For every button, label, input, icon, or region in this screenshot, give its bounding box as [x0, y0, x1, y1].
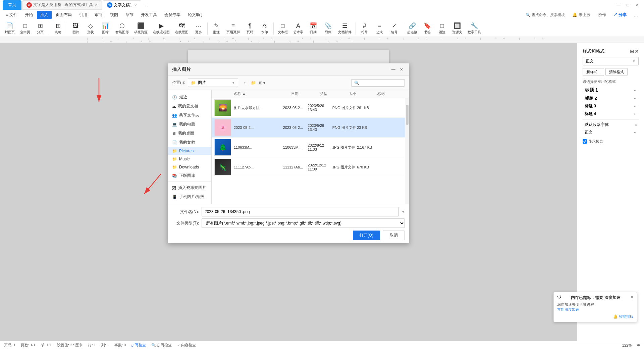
nav-music[interactable]: 📁 Music — [168, 155, 211, 163]
show-preview-label[interactable]: 显示预览 — [583, 139, 603, 144]
toolbar-caption[interactable]: □ 题注 — [435, 21, 449, 36]
style-default-icon[interactable]: a — [635, 123, 637, 127]
file-scrollbar[interactable] — [405, 98, 409, 204]
style-heading4[interactable]: 标题 4 ↵ — [583, 110, 639, 118]
file-row-2[interactable]: 🌸 2023-05-2... 2023-05-2... 2023/5/26 13… — [212, 118, 409, 138]
toolbar-flowchart[interactable]: ▶ 在线流程图 — [151, 21, 172, 36]
menu-start[interactable]: 开始 — [21, 11, 36, 19]
cloud-sync[interactable]: 🔔 未上云 — [569, 11, 594, 19]
close-button[interactable]: ✕ — [633, 1, 641, 9]
style-h2-icon[interactable]: ↵ — [634, 97, 637, 100]
file-row-1[interactable]: 🌄 图片去水印方法... 2023-05-2... 2023/5/26 13:4… — [212, 98, 409, 118]
header-date[interactable]: 日期 — [291, 91, 320, 96]
toolbar-hyperlink[interactable]: 🔗 超链接 — [405, 21, 419, 36]
notif-smart-sort[interactable]: 🔔 智能排版 — [613, 314, 634, 318]
nav-shared-folder[interactable]: 👥 共享文件夹 — [168, 111, 211, 120]
file-row-3[interactable]: 🌲 110633M... 110633M... 2022/8/12 11:03 … — [212, 138, 409, 157]
style-body[interactable]: 正文 ↵ — [583, 129, 639, 136]
header-size[interactable]: 大小 — [349, 91, 378, 96]
nav-up-button[interactable]: ↑ — [241, 79, 249, 87]
nav-my-pc[interactable]: 💻 我的电脑 — [168, 120, 211, 129]
style-heading3[interactable]: 标题 3 ↵ — [583, 102, 639, 110]
nav-documents[interactable]: 📄 我的文档 — [168, 138, 211, 147]
location-dropdown[interactable]: 📁 图片 ▼ — [188, 79, 238, 87]
tab-1-close[interactable]: ✕ — [95, 3, 98, 7]
filename-input[interactable] — [202, 207, 399, 216]
toolbar-resource[interactable]: ⬛ 稿壳资源 — [132, 21, 150, 36]
toolbar-symbol[interactable]: # 符号 — [358, 21, 371, 36]
notif-link[interactable]: 立即深度加速 — [557, 307, 579, 311]
style-h4-icon[interactable]: ↵ — [634, 112, 637, 116]
tab-1[interactable]: W 文字是人类用符...近的方式和工具 ✕ — [22, 0, 102, 10]
menu-more[interactable]: … — [631, 11, 641, 19]
style-heading2[interactable]: 标题 2 ↵ — [583, 94, 639, 102]
file-row-4[interactable]: 🦎 111127Ab... 111127Ab... 2022/12/12 11:… — [212, 157, 409, 177]
toolbar-bookmark[interactable]: 🔖 书签 — [421, 21, 434, 36]
menu-insert[interactable]: 插入 — [37, 11, 52, 19]
clear-format-button[interactable]: 清除格式 — [605, 68, 628, 76]
toolbar-cover-page[interactable]: 📄 封面页 — [3, 21, 17, 36]
toolbar-date[interactable]: 📅 日期 — [307, 21, 320, 36]
status-spell[interactable]: 拼写检查 — [131, 343, 146, 348]
menu-view[interactable]: 视图 — [107, 11, 121, 19]
add-tab-button[interactable]: + — [142, 2, 150, 8]
header-type[interactable]: 类型 — [320, 91, 349, 96]
style-default-para[interactable]: 默认段落字体 a — [583, 121, 639, 129]
toolbar-smartart[interactable]: ⬡ 智能图形 — [113, 21, 131, 36]
toolbar-resource-folder[interactable]: 🔲 资源夹 — [450, 21, 464, 36]
style-h1-icon[interactable]: ↵ — [634, 89, 637, 92]
toolbar-more[interactable]: ⋯ 更多 — [192, 21, 205, 36]
menu-developer[interactable]: 开发工具 — [138, 11, 160, 19]
style-body-icon[interactable]: ↵ — [634, 131, 637, 134]
toolbar-attachment[interactable]: 📎 附件 — [321, 21, 335, 36]
style-heading1[interactable]: 标题 1 ↵ — [583, 86, 639, 94]
tab-2-close[interactable]: ✕ — [134, 3, 137, 7]
toolbar-blank-page[interactable]: □ 空白页 — [18, 21, 32, 36]
styles-expand-icon[interactable]: ⊞ — [630, 49, 634, 54]
nav-pictures[interactable]: 📁 Pictures — [168, 147, 211, 155]
scrollbar-thumb[interactable] — [406, 105, 409, 125]
menu-file[interactable]: ≡ 文件 — [3, 11, 21, 19]
nav-view-button[interactable]: ⊞ ▾ — [258, 79, 266, 87]
tab-2[interactable]: W 文字文稿1 ✕ — [103, 0, 141, 10]
dialog-minimize-button[interactable]: — — [390, 66, 397, 73]
nav-downloads[interactable]: 📁 Downloads — [168, 163, 211, 171]
cancel-button[interactable]: 取消 — [383, 231, 405, 240]
share[interactable]: ↗ 分享 — [610, 11, 630, 19]
nav-recent[interactable]: 🕐 最近 — [168, 93, 211, 102]
dialog-close-button[interactable]: ✕ — [398, 66, 405, 73]
toolbar-image[interactable]: 🖼 图片 — [69, 21, 83, 36]
minimize-button[interactable]: — — [614, 1, 623, 9]
styles-close-icon[interactable]: ✕ — [635, 49, 639, 54]
menu-review[interactable]: 审阅 — [91, 11, 106, 19]
toolbar-doc-parts[interactable]: ☰ 文档部件 — [336, 21, 354, 36]
search-input[interactable] — [361, 81, 402, 85]
toolbar-formula[interactable]: = 公式 — [373, 21, 386, 36]
zoom-slider-icon[interactable]: ⊕ — [637, 343, 640, 347]
toolbar-textbox[interactable]: □ 文本框 — [276, 21, 290, 36]
new-style-button[interactable]: 新样式... — [583, 68, 604, 76]
toolbar-digital-tools[interactable]: 🔧 数字工具 — [466, 21, 483, 36]
header-name[interactable]: 名称 ▲ — [234, 91, 291, 96]
nav-desktop[interactable]: 🖥 我的桌面 — [168, 129, 211, 138]
toolbar-header-footer[interactable]: ≡ 页眉页脚 — [224, 21, 242, 36]
toolbar-table[interactable]: ⊞ 表格 — [51, 21, 65, 36]
toolbar-wordart[interactable]: A 艺术字 — [291, 21, 305, 36]
toolbar-page-number[interactable]: ¶ 页码 — [243, 21, 257, 36]
nav-phone-camera[interactable]: 📱 手机图片/拍照 — [168, 192, 211, 201]
toolbar-shape[interactable]: ◇ 形状 — [84, 21, 97, 36]
nav-stock-images[interactable]: 📚 正版图库 — [168, 171, 211, 180]
toolbar-numbering[interactable]: ✓ 编号 — [387, 21, 401, 36]
open-button[interactable]: 打开(O) — [353, 231, 380, 240]
filetype-select[interactable]: 所有图片(*.emf;*.wmf;*.jpg;*.jpeg;*.jpe;*.pn… — [202, 218, 405, 228]
menu-paper[interactable]: 论文助手 — [184, 11, 207, 19]
toolbar-mindmap[interactable]: 🗺 在线思图 — [173, 21, 191, 36]
toolbar-watermark[interactable]: 🖨 水印 — [258, 21, 271, 36]
maximize-button[interactable]: □ — [624, 1, 632, 9]
nav-cloud-docs[interactable]: ☁ 我的云文档 — [168, 102, 211, 111]
style-dropdown[interactable]: 正文 ▼ — [583, 57, 639, 65]
toolbar-comment[interactable]: ✎ 批注 — [210, 21, 223, 36]
collaborate[interactable]: 协作 — [595, 11, 609, 19]
menu-section[interactable]: 章节 — [122, 11, 137, 19]
tab-home[interactable]: 首页 — [3, 0, 21, 10]
